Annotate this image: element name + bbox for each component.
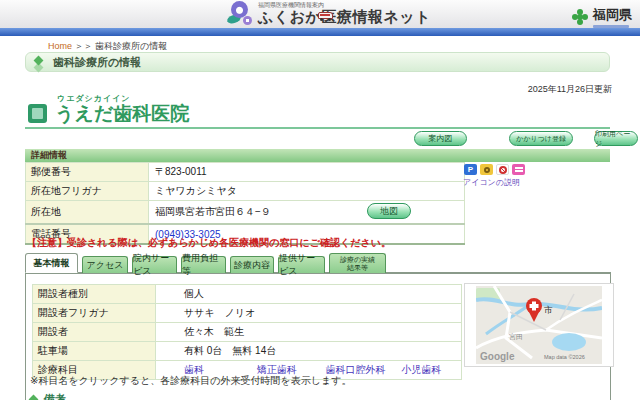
tab-results-line1: 診療の実績	[340, 256, 375, 264]
row-label: 開設者種別	[33, 285, 156, 304]
title-underline	[25, 127, 610, 129]
address-value: 福岡県宮若市宮田６４−９ 地図	[149, 201, 465, 225]
details-table: 郵便番号 〒823-0011 所在地フリガナ ミヤワカシミヤタ 所在地 福岡県宮…	[25, 162, 465, 245]
kakaritsuke-register-button[interactable]: かかりつけ登録	[509, 131, 573, 146]
clinic-name: うえだ歯科医院	[55, 101, 189, 127]
site-logo-flower-icon	[227, 1, 255, 28]
tab-basic-info[interactable]: 基本情報	[25, 253, 78, 273]
map-thumbnail[interactable]: 市 宮田 Google Map data ©2026	[464, 283, 614, 367]
next-section-cutoff: 備考	[30, 392, 66, 400]
tab-results[interactable]: 診療の実績 結果等	[329, 253, 386, 273]
parking-icon: P	[464, 164, 477, 175]
table-row: 開設者フリガナ ササキ ノリオ	[33, 304, 462, 323]
next-section-title: 備考	[44, 392, 66, 400]
row-label: 開設者フリガナ	[33, 304, 156, 323]
map-image: 市 宮田 Google Map data ©2026	[476, 286, 602, 364]
postal-code-value: 〒823-0011	[149, 163, 465, 182]
google-logo: Google	[480, 351, 515, 362]
facility-icons: P	[464, 164, 525, 175]
guide-map-button[interactable]: 案内図	[414, 131, 467, 146]
parking-value: 有料 0台 無料 14台	[156, 342, 462, 361]
tab-costs[interactable]: 費用負担等	[181, 256, 226, 273]
address-kana-value: ミヤワカシミヤタ	[149, 182, 465, 201]
details-section-header: 詳細情報	[25, 149, 610, 162]
fukuoka-pref-logo: 福岡県	[572, 5, 632, 28]
tab-in-house-services[interactable]: 院内サービス	[132, 256, 177, 273]
row-label: 所在地フリガナ	[26, 182, 149, 201]
tab-access[interactable]: アクセス	[82, 256, 128, 273]
basic-info-table: 開設者種別 個人 開設者フリガナ ササキ ノリオ 開設者 佐々木 範生 駐車場 …	[32, 284, 462, 380]
clinic-square-icon	[28, 104, 47, 123]
row-label: 所在地	[26, 201, 149, 225]
table-row: 所在地 福岡県宮若市宮田６４−９ 地図	[26, 201, 465, 225]
updated-date: 2025年11月26日更新	[528, 83, 612, 96]
map-town-label: 宮田	[509, 333, 523, 341]
tab-results-line2: 結果等	[347, 264, 368, 272]
tab-medical-content[interactable]: 診療内容	[230, 256, 274, 273]
caution-notice: 【注意】受診される際は、必ずあらかじめ各医療機関の窓口にご確認ください。	[27, 236, 391, 250]
ambulance-icon	[318, 12, 333, 22]
founder-kana-value: ササキ ノリオ	[156, 304, 462, 323]
table-row: 郵便番号 〒823-0011	[26, 163, 465, 182]
service-yellow-icon	[480, 164, 493, 175]
address-text: 福岡県宮若市宮田６４−９	[155, 206, 271, 217]
service-pink-icon	[512, 164, 525, 175]
breadcrumb-home-link[interactable]: Home	[48, 41, 72, 51]
map-button[interactable]: 地図	[367, 203, 411, 219]
site-title: ふくおか医療情報ネット	[258, 9, 431, 24]
pref-logo-text: 福岡県	[593, 7, 632, 22]
row-label: 開設者	[33, 323, 156, 342]
icons-explanation-link[interactable]: アイコンの説明	[463, 177, 520, 188]
map-attribution: Map data ©2026	[544, 354, 585, 360]
table-row: 所在地フリガナ ミヤワカシミヤタ	[26, 182, 465, 201]
section-diamond-icon	[34, 56, 44, 66]
tab-provided-services[interactable]: 提供サービス	[278, 256, 325, 273]
breadcrumb-current: 歯科診療所の情報	[95, 41, 167, 51]
section-header: 歯科診療所の情報	[25, 52, 610, 72]
row-label: 郵便番号	[26, 163, 149, 182]
founder-name-value: 佐々木 範生	[156, 323, 462, 342]
tab-bar: 基本情報 アクセス 院内サービス 費用負担等 診療内容 提供サービス 診療の実績…	[25, 253, 386, 273]
print-page-button[interactable]: 印刷用ページ	[594, 131, 638, 146]
no-smoking-icon	[496, 164, 509, 175]
table-row: 開設者 佐々木 範生	[33, 323, 462, 342]
site-brand: 福岡県医療機関情報案内 ふくおか医療情報ネット	[258, 2, 431, 24]
map-city-label: 市	[544, 305, 553, 315]
table-row: 駐車場 有料 0台 無料 14台	[33, 342, 462, 361]
row-label: 駐車場	[33, 342, 156, 361]
header-blue-bar	[0, 28, 640, 36]
departments-footnote: ※科目名をクリックすると、各診療科目の外来受付時間を表示します。	[30, 374, 351, 388]
pref-flower-icon	[572, 9, 588, 25]
founder-type-value: 個人	[156, 285, 462, 304]
table-row: 開設者種別 個人	[33, 285, 462, 304]
section-diamond-icon	[29, 395, 39, 400]
breadcrumb-separator: ＞＞	[75, 41, 93, 51]
dept-link-pediatric[interactable]: 小児歯科	[401, 364, 441, 375]
page-title: 歯科診療所の情報	[53, 55, 141, 70]
